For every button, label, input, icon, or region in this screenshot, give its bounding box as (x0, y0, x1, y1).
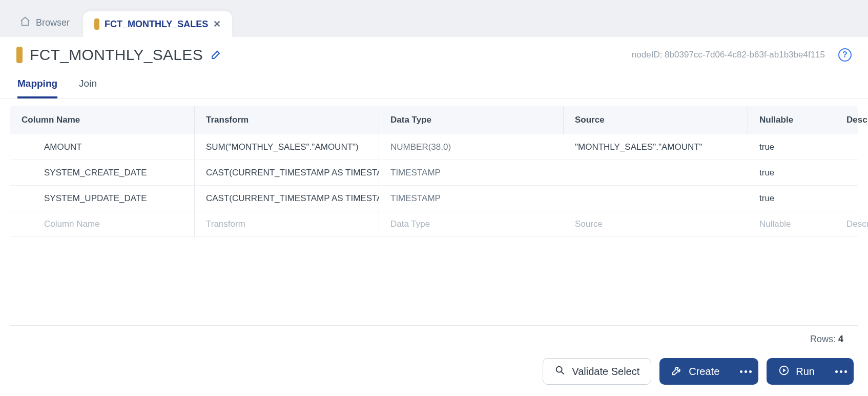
col-header-description[interactable]: Description (835, 106, 868, 134)
tab-browser-label: Browser (36, 17, 70, 28)
mapping-grid: Column Name Transform Data Type Source N… (0, 98, 868, 353)
cell-nullable[interactable]: true (748, 160, 835, 185)
more-icon[interactable] (828, 370, 847, 373)
tab-mapping[interactable]: Mapping (17, 78, 57, 98)
cell-source[interactable] (564, 186, 748, 211)
cell-source[interactable] (564, 160, 748, 185)
grid-header-row: Column Name Transform Data Type Source N… (10, 106, 858, 134)
help-icon[interactable]: ? (838, 48, 852, 62)
home-icon (19, 16, 31, 30)
action-bar: Validate Select Create Run (0, 353, 868, 396)
rows-count-bar: Rows: 4 (10, 325, 858, 353)
tab-join[interactable]: Join (79, 78, 97, 98)
play-icon (778, 365, 790, 379)
table-row[interactable]: SYSTEM_UPDATE_DATE CAST(CURRENT_TIMESTAM… (10, 186, 858, 211)
editor-panel: FCT_MONTHLY_SALES nodeID: 8b0397cc-7d06-… (0, 37, 868, 396)
cell-data-type[interactable]: TIMESTAMP (379, 186, 564, 211)
node-id-label: nodeID: 8b0397cc-7d06-4c82-b63f-ab1b3be4… (632, 50, 825, 60)
validate-select-label: Validate Select (572, 366, 639, 378)
cell-transform[interactable]: CAST(CURRENT_TIMESTAMP AS TIMESTAMP) (195, 160, 379, 185)
create-label: Create (689, 366, 719, 378)
rows-label: Rows: (810, 334, 836, 344)
placeholder-data-type[interactable]: Data Type (379, 211, 564, 236)
col-header-source[interactable]: Source (564, 106, 748, 134)
col-header-transform[interactable]: Transform (195, 106, 379, 134)
cell-column-name[interactable]: SYSTEM_UPDATE_DATE (10, 186, 195, 211)
table-row[interactable]: SYSTEM_CREATE_DATE CAST(CURRENT_TIMESTAM… (10, 160, 858, 186)
cell-source[interactable]: "MONTHLY_SALES"."AMOUNT" (564, 134, 748, 160)
cell-description[interactable] (835, 160, 868, 185)
run-button[interactable]: Run (767, 358, 854, 385)
placeholder-column-name[interactable]: Column Name (10, 211, 195, 236)
panel-header: FCT_MONTHLY_SALES nodeID: 8b0397cc-7d06-… (0, 37, 868, 66)
cell-transform[interactable]: CAST(CURRENT_TIMESTAMP AS TIMESTAMP) (195, 186, 379, 211)
col-header-nullable[interactable]: Nullable (748, 106, 835, 134)
new-row-placeholder[interactable]: Column Name Transform Data Type Source N… (10, 211, 858, 237)
rows-count: 4 (838, 334, 843, 344)
cell-data-type[interactable]: TIMESTAMP (379, 160, 564, 185)
tab-active-node[interactable]: FCT_MONTHLY_SALES ✕ (83, 11, 232, 37)
placeholder-nullable[interactable]: Nullable (748, 211, 835, 236)
wrench-icon (671, 365, 683, 379)
more-icon[interactable] (733, 370, 752, 373)
svg-point-0 (556, 366, 562, 372)
cell-transform[interactable]: SUM("MONTHLY_SALES"."AMOUNT") (195, 134, 379, 160)
table-row[interactable]: AMOUNT SUM("MONTHLY_SALES"."AMOUNT") NUM… (10, 134, 858, 160)
page-title: FCT_MONTHLY_SALES (30, 46, 203, 64)
search-icon (554, 365, 566, 379)
col-header-data-type[interactable]: Data Type (379, 106, 564, 134)
col-header-column-name[interactable]: Column Name (10, 106, 195, 134)
cell-description[interactable] (835, 134, 868, 160)
create-button[interactable]: Create (659, 358, 758, 385)
placeholder-source[interactable]: Source (564, 211, 748, 236)
tab-active-label: FCT_MONTHLY_SALES (105, 19, 208, 30)
cell-data-type[interactable]: NUMBER(38,0) (379, 134, 564, 160)
node-badge-icon (16, 47, 23, 63)
tabs-bar: Browser FCT_MONTHLY_SALES ✕ (0, 0, 868, 37)
placeholder-description[interactable]: Description (835, 211, 868, 236)
edit-icon[interactable] (210, 48, 222, 62)
tab-browser[interactable]: Browser (8, 9, 81, 37)
cell-description[interactable] (835, 186, 868, 211)
node-badge-icon (94, 18, 99, 30)
sub-tabs: Mapping Join (0, 66, 868, 98)
close-icon[interactable]: ✕ (213, 18, 221, 30)
cell-column-name[interactable]: SYSTEM_CREATE_DATE (10, 160, 195, 185)
cell-nullable[interactable]: true (748, 186, 835, 211)
placeholder-transform[interactable]: Transform (195, 211, 379, 236)
run-label: Run (796, 366, 815, 378)
cell-column-name[interactable]: AMOUNT (10, 134, 195, 160)
validate-select-button[interactable]: Validate Select (543, 358, 651, 385)
cell-nullable[interactable]: true (748, 134, 835, 160)
